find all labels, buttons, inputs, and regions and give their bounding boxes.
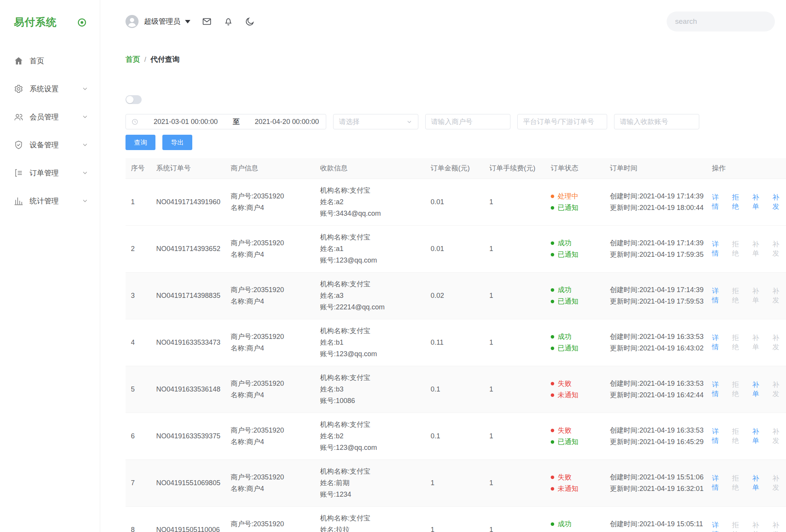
action-supplement-link[interactable]: 补单 [752, 193, 766, 211]
amount-cell: 0.1 [431, 366, 489, 413]
sidebar-item-system-settings[interactable]: 系统设置 [0, 75, 100, 103]
fee-cell: 1 [489, 319, 551, 366]
query-button[interactable]: 查询 [125, 135, 155, 150]
status-line: 未通知 [551, 389, 610, 401]
users-icon [14, 112, 23, 122]
breadcrumb-current: 代付查询 [150, 55, 180, 64]
merchant-input[interactable] [431, 118, 505, 126]
fee-cell: 1 [489, 506, 551, 532]
action-detail-link[interactable]: 详情 [712, 286, 726, 305]
app-logo: 易付系统 [14, 15, 57, 29]
bell-icon[interactable] [223, 17, 233, 26]
fee-cell: 1 [489, 272, 551, 319]
actions-cell: 详情拒绝补单补发 [712, 427, 786, 445]
app-root: 易付系统 首页系统设置会员管理设备管理订单管理统计管理 超级管理员 [0, 0, 786, 532]
action-resend-link: 补发 [773, 474, 786, 492]
table-row: 8NO04191505110006商户号:20351920名称:商户4机构名称:… [125, 506, 786, 532]
status-line: 成功 [551, 237, 610, 249]
status-select[interactable]: 请选择 [333, 114, 418, 129]
actions-cell: 详情拒绝补单补发 [712, 333, 786, 352]
order-number-cell: NO04191551069805 [156, 459, 231, 506]
table-row: 7NO04191551069805商户号:20351920名称:商户4机构名称:… [125, 459, 786, 506]
action-detail-link[interactable]: 详情 [712, 520, 726, 532]
sidebar-item-member-management[interactable]: 会员管理 [0, 103, 100, 131]
mail-icon[interactable] [202, 17, 212, 26]
amount-cell: 0.11 [431, 319, 489, 366]
moon-icon[interactable] [245, 17, 255, 26]
sidebar-item-label: 统计管理 [30, 196, 82, 206]
sidebar-item-device-management[interactable]: 设备管理 [0, 131, 100, 159]
payee-input[interactable] [620, 118, 694, 126]
order-no-input-box [517, 114, 607, 129]
sidebar-item-label: 订单管理 [30, 168, 82, 178]
breadcrumb-home-link[interactable]: 首页 [125, 55, 140, 64]
action-resend-link: 补发 [773, 240, 786, 258]
action-resend-link[interactable]: 补发 [773, 193, 786, 211]
home-icon [14, 56, 23, 66]
main-area: 超级管理员 首页 / 代付查询 [100, 0, 786, 532]
order-number-cell: NO04191505110006 [156, 506, 231, 532]
payee-lines: 机构名称:支付宝姓名:b3账号:10086 [320, 372, 431, 406]
status-cell: 成功未通知 [551, 506, 610, 532]
merchant-lines: 商户号:20351920名称:商户4 [231, 331, 320, 354]
order-no-input[interactable] [523, 118, 601, 126]
export-button[interactable]: 导出 [162, 135, 192, 150]
action-supplement-link[interactable]: 补单 [752, 427, 766, 445]
payee-lines: 机构名称:支付宝姓名:a3账号:22214@qq.com [320, 278, 431, 313]
chevron-down-icon [82, 86, 88, 92]
time-cell: 创建时间:2021-04-19 16:33:53更新时间:2021-04-19 … [610, 413, 712, 459]
time-lines: 创建时间:2021-04-19 16:33:53更新时间:2021-04-19 … [610, 378, 712, 401]
payee-info-cell: 机构名称:支付宝姓名:a1账号:123@qq.com [320, 225, 431, 272]
time-cell: 创建时间:2021-04-19 17:14:39更新时间:2021-04-19 … [610, 178, 712, 225]
column-header: 订单时间 [610, 158, 712, 178]
status-dot [551, 288, 554, 292]
chevron-down-icon [82, 114, 88, 120]
action-supplement-link: 补单 [752, 286, 766, 305]
clock-icon [131, 118, 139, 126]
action-resend-link: 补发 [773, 286, 786, 305]
action-detail-link[interactable]: 详情 [712, 380, 726, 398]
merchant-lines: 商户号:20351920名称:商户4 [231, 190, 320, 213]
time-lines: 创建时间:2021-04-19 17:14:39更新时间:2021-04-19 … [610, 190, 712, 213]
payee-lines: 机构名称:支付宝姓名:b1账号:123@qq.com [320, 325, 431, 360]
status-dot [551, 335, 554, 339]
action-supplement-link[interactable]: 补单 [752, 474, 766, 492]
table-row: 6NO04191633539375商户号:20351920名称:商户4机构名称:… [125, 413, 786, 459]
action-detail-link[interactable]: 详情 [712, 427, 726, 445]
merchant-info-cell: 商户号:20351920名称:商户4 [231, 272, 320, 319]
action-detail-link[interactable]: 详情 [712, 474, 726, 492]
sidebar-item-order-management[interactable]: 订单管理 [0, 159, 100, 187]
status-cell: 成功已通知 [551, 225, 610, 272]
fee-cell: 1 [489, 413, 551, 459]
time-lines: 创建时间:2021-04-19 15:05:11更新时间:2021-04-19 … [610, 518, 712, 532]
sidebar-item-statistics-management[interactable]: 统计管理 [0, 187, 100, 215]
fee-cell: 1 [489, 225, 551, 272]
action-detail-link[interactable]: 详情 [712, 333, 726, 352]
sidebar-item-label: 首页 [30, 56, 88, 66]
action-supplement-link[interactable]: 补单 [752, 380, 766, 398]
action-detail-link[interactable]: 详情 [712, 193, 726, 211]
sidebar: 易付系统 首页系统设置会员管理设备管理订单管理统计管理 [0, 0, 100, 532]
action-resend-link: 补发 [773, 520, 786, 532]
payee-info-cell: 机构名称:支付宝姓名:b3账号:10086 [320, 366, 431, 413]
fee-cell: 1 [489, 178, 551, 225]
user-menu[interactable]: 超级管理员 [125, 15, 190, 28]
table-header-row: 序号系统订单号商户信息收款信息订单金额(元)订单手续费(元)订单状态订单时间操作 [125, 158, 786, 178]
sidebar-item-home[interactable]: 首页 [0, 47, 100, 75]
status-cell: 失败已通知 [551, 413, 610, 459]
date-range-picker[interactable]: 2021-03-01 00:00:00 至 2021-04-20 00:00:0… [125, 114, 326, 129]
action-reject-link: 拒绝 [732, 240, 746, 258]
column-header: 订单金额(元) [431, 158, 489, 178]
search-box [667, 12, 775, 31]
merchant-lines: 商户号:20351920名称:商户4 [231, 518, 320, 532]
breadcrumb: 首页 / 代付查询 [125, 55, 786, 64]
action-detail-link[interactable]: 详情 [712, 240, 726, 258]
search-input[interactable] [675, 17, 769, 26]
merchant-lines: 商户号:20351920名称:商户4 [231, 237, 320, 260]
table-row: 2NO04191714393652商户号:20351920名称:商户4机构名称:… [125, 225, 786, 272]
action-resend-link: 补发 [773, 427, 786, 445]
action-supplement-link: 补单 [752, 240, 766, 258]
filter-toggle[interactable] [125, 95, 142, 104]
action-reject-link[interactable]: 拒绝 [732, 193, 746, 211]
actions-cell: 详情拒绝补单补发 [712, 380, 786, 398]
